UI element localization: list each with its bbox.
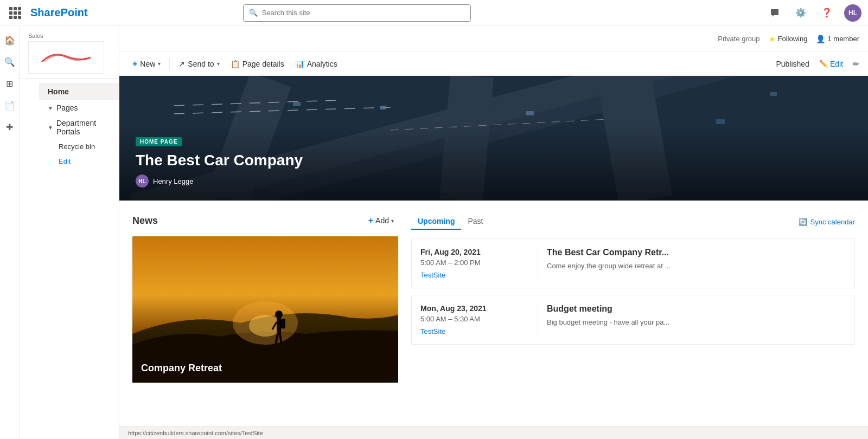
edit-page-button[interactable]: ✏️ Edit [816,57,846,70]
star-icon: ★ [769,35,776,43]
news-card-image [132,236,398,383]
news-header: News + Add ▾ [132,214,398,228]
help-icon[interactable]: ❓ [818,4,835,22]
following-button[interactable]: ★ Following [769,35,808,43]
hero-title: The Best Car Company [136,152,852,169]
new-dropdown-icon: ▾ [158,61,161,67]
news-add-button[interactable]: + Add ▾ [364,214,398,228]
event-card-1: Fri, Aug 20, 2021 5:00 AM – 2:00 PM Test… [411,238,855,288]
plus-icon: + [132,59,137,69]
event-time-2: 5:00 AM – 5:30 AM [420,315,529,323]
page-details-button[interactable]: 📋 Page details [226,56,289,72]
analytics-icon: 📊 [295,60,304,68]
event-details-2: Budget meeting Big budget meeting - have… [547,304,846,335]
content-area: Private group ★ Following 👤 1 member + N… [119,26,868,439]
news-image-card[interactable]: Company Retreat [132,236,398,383]
sales-label: Sales [28,33,110,39]
new-button[interactable]: + New ▾ [128,56,165,72]
settings-icon[interactable]: ⚙️ [792,4,809,22]
private-group-label: Private group [718,35,760,43]
sidebar-dept-label: Department Portals [56,119,110,136]
published-badge: Published [776,60,809,68]
site-header-right: Private group ★ Following 👤 1 member [718,35,859,43]
recycle-bin-label: Recycle bin [59,143,95,151]
search-input[interactable] [262,9,465,17]
published-label: Published [776,60,809,68]
news-section: News + Add ▾ [132,214,398,426]
page-details-label: Page details [242,60,284,68]
svg-rect-11 [716,119,725,124]
status-url: https://citizenbuilders.sharepoint.com/s… [128,430,263,436]
main-layout: 🏠 🔍 ⊞ 📄 ✚ Sales Home [0,26,868,439]
sidebar-item-home[interactable]: Home [39,83,119,100]
more-options-icon[interactable]: ✏ [853,60,859,68]
event-date-2: Mon, Aug 23, 2021 [420,304,529,313]
sidebar-pages-label: Pages [56,104,78,112]
hero-author: HL Henry Legge [136,175,852,188]
event-site-2[interactable]: TestSite [420,327,529,335]
svg-rect-13 [526,111,534,115]
waffle-icon[interactable] [7,4,24,22]
event-info-1: Fri, Aug 20, 2021 5:00 AM – 2:00 PM Test… [420,248,529,279]
event-card-2: Mon, Aug 23, 2021 5:00 AM – 5:30 AM Test… [411,295,855,345]
top-bar-right: ⚙️ ❓ HL [766,4,861,22]
new-label: New [140,60,155,68]
svg-rect-12 [770,92,777,96]
sidebar-section-dept[interactable]: ▼ Department Portals [39,115,119,139]
site-header: Private group ★ Following 👤 1 member [119,26,868,52]
event-time-1: 5:00 AM – 2:00 PM [420,259,529,267]
search-bar[interactable]: 🔍 [243,4,471,22]
author-name: Henry Legge [153,177,193,185]
event-desc-1: Come enjoy the group wide retreat at ... [547,262,846,270]
command-bar: + New ▾ ↗ Send to ▾ 📋 Page details 📊 Ana… [119,52,868,76]
events-tabs: Upcoming Past 🔄 Sync calendar [411,214,855,230]
sharepoint-logo[interactable]: SharePoint [30,7,88,19]
events-section: Upcoming Past 🔄 Sync calendar Fri, Aug 2… [411,214,855,426]
avatar[interactable]: HL [844,4,861,22]
status-bar: https://citizenbuilders.sharepoint.com/s… [119,426,868,439]
site-logo [28,41,104,74]
analytics-button[interactable]: 📊 Analytics [291,56,342,72]
svg-point-18 [275,311,283,318]
tab-upcoming[interactable]: Upcoming [411,214,461,230]
tabs-left: Upcoming Past [411,214,489,230]
sidebar-recycle-bin[interactable]: Recycle bin [39,139,119,154]
event-divider-2 [538,304,538,335]
news-card-title: Company Retreat [141,363,390,374]
sidebar-home-label: Home [48,87,69,96]
chevron-dept-icon: ▼ [48,125,53,131]
apps-nav-icon[interactable]: ⊞ [0,74,20,93]
search-nav-icon[interactable]: 🔍 [0,52,20,72]
sync-icon: 🔄 [799,218,807,226]
news-title: News [132,215,158,227]
content-nav-icon[interactable]: 📄 [0,95,20,115]
comment-icon[interactable] [766,4,783,22]
event-site-1[interactable]: TestSite [420,271,529,279]
event-title-1[interactable]: The Best Car Company Retr... [547,248,846,257]
command-bar-right: Published ✏️ Edit ✏ [776,57,859,70]
home-nav-icon[interactable]: 🏠 [0,30,20,50]
member-info: 👤 1 member [816,35,859,43]
sidebar-edit-link[interactable]: Edit [39,154,119,169]
tab-past[interactable]: Past [461,214,489,230]
sidebar-section-pages[interactable]: ▼ Pages [39,100,119,115]
event-desc-2: Big budget meeting - have all your pa... [547,318,846,326]
sidebar-content: Home ▼ Pages ▼ Department Portals Recycl… [39,79,119,173]
page-details-icon: 📋 [231,60,240,68]
author-avatar: HL [136,175,149,188]
analytics-label: Analytics [307,60,337,68]
svg-rect-10 [380,106,386,109]
send-to-icon: ↗ [178,60,185,68]
send-to-button[interactable]: ↗ Send to ▾ [174,56,224,72]
create-nav-icon[interactable]: ✚ [0,117,20,137]
hero-section: HOME PAGE The Best Car Company HL Henry … [119,76,868,201]
add-label: Add [375,216,389,225]
edit-pencil-icon: ✏️ [819,60,828,68]
sync-cal-label: Sync calendar [810,218,855,226]
sync-calendar-button[interactable]: 🔄 Sync calendar [799,218,855,226]
event-title-2[interactable]: Budget meeting [547,304,846,314]
sidebar-logo-area: Sales [20,26,119,79]
edit-page-label: Edit [830,60,843,68]
hero-overlay: HOME PAGE The Best Car Company HL Henry … [119,125,868,201]
event-date-1: Fri, Aug 20, 2021 [420,248,529,256]
